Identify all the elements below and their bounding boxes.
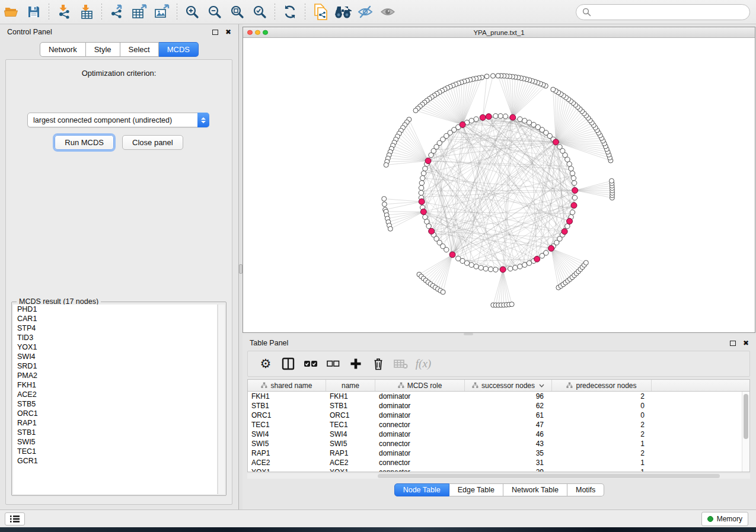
scrollbar-thumb[interactable] bbox=[744, 394, 748, 439]
mcds-result-item[interactable]: PMA2 bbox=[13, 371, 217, 380]
table-row[interactable]: ACE2ACE2connector311 bbox=[248, 458, 742, 467]
criterion-dropdown[interactable]: largest connected component (undirected) bbox=[27, 113, 209, 127]
close-table-panel-icon[interactable]: ✖ bbox=[743, 339, 749, 347]
select-all-button[interactable] bbox=[302, 355, 319, 372]
cell-successor-nodes[interactable]: 29 bbox=[465, 468, 552, 472]
mcds-result-item[interactable]: RAP1 bbox=[13, 418, 217, 428]
scrollbar-thumb[interactable] bbox=[378, 474, 720, 478]
mcds-result-item[interactable]: ORC1 bbox=[13, 409, 217, 418]
add-column-button[interactable] bbox=[347, 355, 364, 372]
cell-successor-nodes[interactable]: 61 bbox=[465, 411, 552, 419]
column-header-name[interactable]: name bbox=[326, 380, 375, 391]
close-panel-icon[interactable]: ✖ bbox=[225, 28, 231, 36]
cell-name[interactable]: ORC1 bbox=[326, 411, 375, 419]
mcds-result-item[interactable]: SWI5 bbox=[13, 437, 217, 447]
cell-name[interactable]: SWI5 bbox=[326, 440, 375, 448]
table-row[interactable]: YOX1YOX1connector291 bbox=[248, 467, 742, 472]
cell-shared-name[interactable]: FKH1 bbox=[248, 392, 326, 400]
network-canvas[interactable] bbox=[243, 38, 755, 332]
search-input[interactable] bbox=[595, 8, 744, 17]
cell-name[interactable]: TEC1 bbox=[326, 421, 375, 429]
find-button[interactable] bbox=[333, 2, 353, 21]
run-mcds-button[interactable]: Run MCDS bbox=[55, 135, 114, 150]
maximize-window-icon[interactable] bbox=[263, 30, 268, 35]
open-file-button[interactable] bbox=[1, 2, 21, 21]
import-table-button[interactable] bbox=[76, 2, 97, 21]
cell-MCDS-role[interactable]: dominator bbox=[375, 402, 465, 410]
column-header-MCDS-role[interactable]: MCDS role bbox=[375, 380, 465, 391]
table-row[interactable]: RAP1RAP1dominator352 bbox=[248, 448, 742, 458]
table-vertical-scrollbar[interactable] bbox=[742, 392, 749, 472]
cell-name[interactable]: ACE2 bbox=[326, 459, 375, 467]
cell-shared-name[interactable]: SWI4 bbox=[248, 430, 326, 438]
mcds-result-item[interactable]: STB1 bbox=[13, 428, 217, 437]
cell-MCDS-role[interactable]: dominator bbox=[375, 392, 465, 400]
zoom-in-button[interactable] bbox=[182, 2, 202, 21]
cell-MCDS-role[interactable]: dominator bbox=[375, 449, 465, 457]
delete-column-button[interactable] bbox=[370, 355, 387, 372]
task-history-button[interactable] bbox=[5, 512, 25, 525]
mcds-result-item[interactable]: STP4 bbox=[13, 323, 217, 333]
show-all-button[interactable] bbox=[378, 2, 398, 21]
cell-predecessor-nodes[interactable]: 2 bbox=[552, 430, 652, 438]
zoom-selected-button[interactable] bbox=[250, 2, 270, 21]
table-horizontal-scrollbar[interactable] bbox=[247, 473, 750, 479]
table-row[interactable]: TEC1TEC1connector472 bbox=[248, 420, 742, 430]
cell-name[interactable]: FKH1 bbox=[326, 392, 375, 400]
cell-MCDS-role[interactable]: dominator bbox=[375, 430, 465, 438]
mcds-result-item[interactable]: FKH1 bbox=[13, 380, 217, 390]
cell-shared-name[interactable]: SWI5 bbox=[248, 440, 326, 448]
cell-shared-name[interactable]: STB1 bbox=[248, 402, 326, 410]
cell-shared-name[interactable]: TEC1 bbox=[248, 421, 326, 429]
cell-MCDS-role[interactable]: dominator bbox=[375, 411, 465, 419]
mcds-result-item[interactable]: STB5 bbox=[13, 399, 217, 409]
cell-predecessor-nodes[interactable]: 0 bbox=[552, 411, 652, 419]
zoom-fit-button[interactable] bbox=[227, 2, 247, 21]
mcds-result-item[interactable]: SRD1 bbox=[13, 361, 217, 371]
table-tab-node-table[interactable]: Node Table bbox=[394, 483, 449, 496]
column-header-shared-name[interactable]: shared name bbox=[248, 380, 326, 391]
float-table-panel-icon[interactable] bbox=[730, 341, 736, 346]
cell-successor-nodes[interactable]: 43 bbox=[465, 440, 552, 448]
function-builder-button[interactable]: f(x) bbox=[415, 355, 432, 372]
table-row[interactable]: ORC1ORC1dominator610 bbox=[248, 411, 742, 420]
cell-name[interactable]: YOX1 bbox=[326, 468, 375, 472]
tab-select[interactable]: Select bbox=[120, 42, 159, 57]
search-box[interactable] bbox=[576, 4, 750, 20]
cell-successor-nodes[interactable]: 35 bbox=[465, 449, 552, 457]
table-row[interactable]: SWI4SWI4dominator462 bbox=[248, 430, 742, 439]
cell-shared-name[interactable]: RAP1 bbox=[248, 449, 326, 457]
cell-predecessor-nodes[interactable]: 2 bbox=[552, 392, 652, 400]
column-header-predecessor-nodes[interactable]: predecessor nodes bbox=[552, 380, 652, 391]
column-header-successor-nodes[interactable]: successor nodes bbox=[465, 380, 552, 391]
mcds-result-item[interactable]: TEC1 bbox=[13, 447, 217, 456]
cell-MCDS-role[interactable]: connector bbox=[375, 468, 465, 472]
mcds-result-item[interactable]: CAR1 bbox=[13, 314, 217, 323]
cell-MCDS-role[interactable]: connector bbox=[375, 440, 465, 448]
memory-button[interactable]: Memory bbox=[701, 512, 748, 526]
cell-name[interactable]: SWI4 bbox=[326, 430, 375, 438]
cell-predecessor-nodes[interactable]: 1 bbox=[552, 459, 652, 467]
cell-shared-name[interactable]: ORC1 bbox=[248, 411, 326, 419]
cell-predecessor-nodes[interactable]: 1 bbox=[552, 440, 652, 448]
mcds-result-item[interactable]: GCR1 bbox=[13, 456, 217, 466]
refresh-layout-button[interactable] bbox=[280, 2, 300, 21]
cell-successor-nodes[interactable]: 96 bbox=[465, 392, 552, 400]
table-settings-button[interactable]: ⚙ bbox=[257, 355, 274, 372]
network-from-selection-button[interactable] bbox=[310, 2, 330, 21]
import-network-button[interactable] bbox=[54, 2, 74, 21]
unselect-all-button[interactable] bbox=[325, 355, 342, 372]
mcds-result-item[interactable]: TID3 bbox=[13, 333, 217, 342]
tab-mcds[interactable]: MCDS bbox=[159, 42, 199, 57]
export-network-button[interactable] bbox=[107, 2, 127, 21]
cell-predecessor-nodes[interactable]: 1 bbox=[552, 468, 652, 472]
minimize-window-icon[interactable] bbox=[255, 30, 260, 35]
show-columns-button[interactable] bbox=[280, 355, 296, 372]
cell-name[interactable]: STB1 bbox=[326, 402, 375, 410]
mcds-result-item[interactable]: YOX1 bbox=[13, 342, 217, 352]
close-window-icon[interactable] bbox=[247, 30, 253, 35]
cell-name[interactable]: RAP1 bbox=[326, 449, 375, 457]
close-panel-button[interactable]: Close panel bbox=[122, 135, 183, 150]
cell-predecessor-nodes[interactable]: 2 bbox=[552, 421, 652, 429]
mcds-result-item[interactable]: PHD1 bbox=[13, 305, 217, 314]
